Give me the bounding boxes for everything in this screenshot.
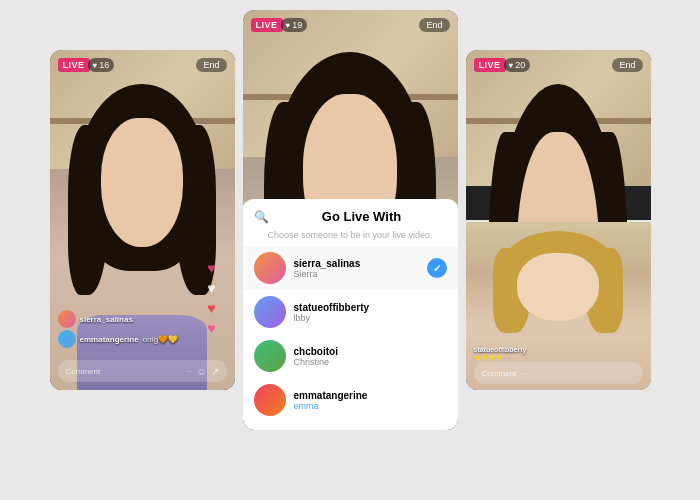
dp-info-statue: statueoffibberty lbby	[294, 302, 447, 323]
dropdown-search-row: 🔍 Go Live With	[243, 209, 458, 230]
left-live-badge: LIVE	[58, 58, 90, 72]
right-heart-badge: ♥ 20	[504, 58, 531, 72]
right-username-label: statueoffibberty ★★★★	[474, 346, 527, 362]
dp-username-statue: statueoffibberty	[294, 302, 447, 313]
dropdown-item-4[interactable]: emmatangerine emma	[243, 378, 458, 422]
comment-2-msg: omg🧡💛	[143, 335, 179, 344]
comment-row-2: emmatangerine omg🧡💛	[58, 330, 227, 348]
left-comment-placeholder: Comment	[66, 367, 101, 376]
left-face	[101, 118, 182, 247]
center-end-button[interactable]: End	[419, 18, 449, 32]
dp-username-sierra: sierra_salinas	[294, 258, 419, 269]
center-live-badge: LIVE	[251, 18, 283, 32]
left-panel: LIVE ♥ 16 End ♥ ♥ ♥ ♥ sierra_salinas	[50, 50, 235, 390]
dp-avatar-emma	[254, 384, 286, 416]
right-camera-feed: statueoffibberty ★★★★ Comment ··· LIVE ♥…	[466, 50, 651, 390]
search-icon[interactable]: 🔍	[254, 210, 269, 224]
dp-name-statue: lbby	[294, 313, 447, 323]
right-heart-icon: ♥	[509, 61, 514, 70]
dp-info-emma: emmatangerine emma	[294, 390, 447, 411]
bottom-face	[517, 253, 598, 321]
comment-row-1: sierra_salinas	[58, 310, 227, 328]
right-cb-icon: ···	[520, 368, 528, 379]
right-split-bottom: statueoffibberty ★★★★ Comment ···	[466, 222, 651, 390]
heart-2: ♥	[197, 280, 227, 296]
left-comment-bar[interactable]: Comment ··· ☺ ↗	[58, 360, 227, 382]
center-heart-badge: ♥ 19	[281, 18, 308, 32]
commenter-1-name: sierra_salinas	[80, 315, 133, 324]
left-comment-dots: ···	[186, 367, 193, 376]
left-camera-feed: LIVE ♥ 16 End ♥ ♥ ♥ ♥ sierra_salinas	[50, 50, 235, 390]
right-username-text: statueoffibberty	[474, 346, 527, 353]
dropdown-item-3[interactable]: chcboitoi Christine	[243, 334, 458, 378]
right-top-person	[466, 50, 651, 220]
right-panel: statueoffibberty ★★★★ Comment ··· LIVE ♥…	[466, 50, 651, 390]
dp-name-chcboitoi: Christine	[294, 357, 447, 367]
dp-name-sierra: Sierra	[294, 269, 419, 279]
right-end-button[interactable]: End	[612, 58, 642, 72]
right-comment-bar[interactable]: Comment ···	[474, 362, 643, 384]
right-split-top	[466, 50, 651, 220]
dp-avatar-statue	[254, 296, 286, 328]
heart-1: ♥	[197, 260, 227, 276]
right-comment-icons: ···	[520, 368, 528, 379]
smiley-icon: ☺	[196, 366, 206, 377]
screens-container: LIVE ♥ 16 End ♥ ♥ ♥ ♥ sierra_salinas	[0, 0, 700, 500]
center-camera-feed: LIVE ♥ 19 End 🔍 Go Live With Choose some…	[243, 10, 458, 430]
dp-info-chcboitoi: chcboitoi Christine	[294, 346, 447, 367]
dp-avatar-chcboitoi	[254, 340, 286, 372]
right-star-rating: ★★★★	[474, 353, 527, 362]
center-heart-count: 19	[292, 20, 302, 30]
left-comment-icons: ☺ ↗	[196, 366, 218, 377]
center-heart-icon: ♥	[286, 21, 291, 30]
dp-name-emma: emma	[294, 401, 447, 411]
right-comment-placeholder: Comment	[482, 369, 517, 378]
dp-info-sierra: sierra_salinas Sierra	[294, 258, 419, 279]
dropdown-item-2[interactable]: statueoffibberty lbby	[243, 290, 458, 334]
right-heart-count: 20	[515, 60, 525, 70]
left-comments: sierra_salinas emmatangerine omg🧡💛	[58, 310, 227, 350]
right-live-badge: LIVE	[474, 58, 506, 72]
left-heart-count: 16	[99, 60, 109, 70]
left-heart-icon: ♥	[93, 61, 98, 70]
share-icon: ↗	[211, 366, 219, 377]
selected-checkmark: ✓	[427, 258, 447, 278]
dropdown-item-1[interactable]: sierra_salinas Sierra ✓	[243, 246, 458, 290]
commenter-2-name: emmatangerine	[80, 335, 139, 344]
dropdown-title: Go Live With	[277, 209, 447, 224]
center-panel: LIVE ♥ 19 End 🔍 Go Live With Choose some…	[243, 10, 458, 430]
dp-username-chcboitoi: chcboitoi	[294, 346, 447, 357]
left-heart-badge: ♥ 16	[88, 58, 115, 72]
go-live-with-panel: 🔍 Go Live With Choose someone to be in y…	[243, 199, 458, 430]
dp-username-emma: emmatangerine	[294, 390, 447, 401]
dp-avatar-sierra	[254, 252, 286, 284]
comment-avatar-1	[58, 310, 76, 328]
left-end-button[interactable]: End	[196, 58, 226, 72]
dropdown-subtitle: Choose someone to be in your live video.	[243, 230, 458, 246]
comment-avatar-2	[58, 330, 76, 348]
